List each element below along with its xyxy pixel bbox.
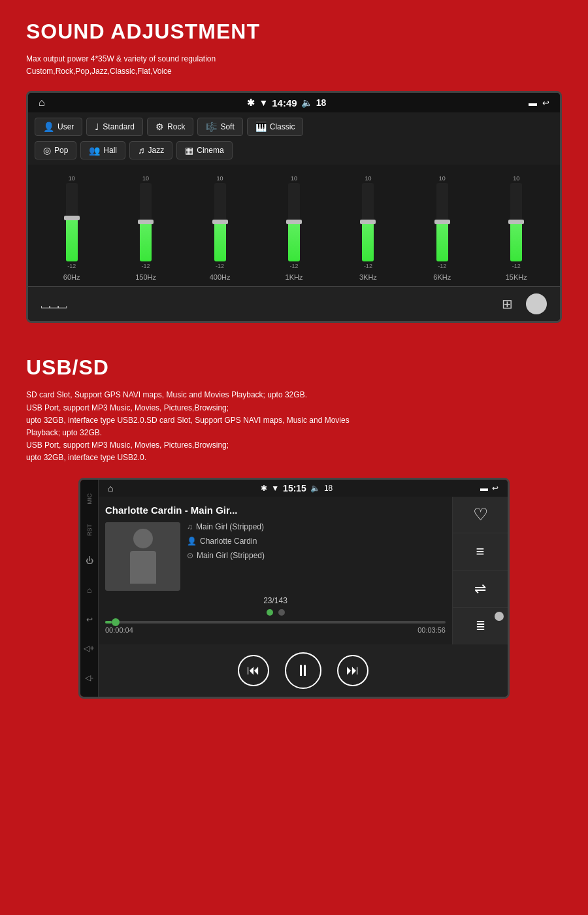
vol-down-icon[interactable]: ◁- [85,673,93,682]
preset-cinema[interactable]: ▦ Cinema [176,141,232,159]
mic-label: MIC [86,493,93,505]
preset-standard-label: Standard [103,122,135,131]
preset-classic[interactable]: 🎹 Classic [247,118,304,136]
eq-thumb-3k[interactable] [360,220,376,224]
album-art [105,522,180,591]
eq-slider-60[interactable] [66,183,78,261]
eq-bottom-label-400: -12 [216,263,224,269]
preset-pop[interactable]: ◎ Pop [35,141,76,159]
preset-user[interactable]: 👤 User [35,118,82,136]
sound-desc: Max output power 4*35W & variety of soun… [26,53,562,78]
next-button[interactable]: ⏭ [337,655,368,686]
sound-title: SOUND ADJUSTMENT [26,20,562,44]
eq-bottom-label-1k: -12 [289,263,298,269]
progress-bar-outer[interactable] [105,621,446,624]
artist-icon: 👤 [187,537,197,546]
eq-fill-150 [140,222,152,261]
eq-slider-15k[interactable] [510,183,522,261]
music-body: ⌂ ✱ ▼ 15:15 🔈 18 ▬ ↩ [99,480,508,697]
eq-thumb-60[interactable] [64,216,80,220]
music-status-right: ▬ ↩ [480,484,498,493]
album-art-figure [130,529,156,584]
eq-fill-15k [510,222,522,261]
music-track-name: Main Girl (Stripped) [196,522,264,531]
playlist-dot [495,612,504,621]
album-icon: ⊙ [187,551,193,560]
playlist-button[interactable]: ≣ [453,608,508,644]
jazz-icon: ♬ [138,145,145,156]
eq-slider-6k[interactable] [436,183,448,261]
eq-presets-row1: 👤 User ♩ Standard ⚙ Rock 🎼 Soft 🎹 Classi… [28,112,560,141]
prev-button[interactable]: ⏮ [238,655,269,686]
music-player-container: MIC RST ⏻ ⌂ ↩ ◁+ ◁- ⌂ ✱ ▼ 15:15 🔈 [26,478,562,699]
preset-jazz[interactable]: ♬ Jazz [129,141,172,159]
music-note-icon: ♫ [187,522,193,531]
usbsd-desc3: upto 32GB, interface type USB2.0.SD card… [26,414,562,427]
shuffle-button[interactable]: ⇌ [453,571,508,608]
eq-freq-60: 60Hz [63,273,80,281]
eq-channel-15khz: 10 -12 15KHz [483,175,549,281]
playback-controls: ⏮ ⏸ ⏭ [99,644,508,697]
eq-top-label-6k: 10 [439,175,446,182]
music-vol-icon: 🔈 [310,484,320,493]
rst-label: RST [86,524,93,536]
sound-desc-line2: Custom,Rock,Pop,Jazz,Classic,Flat,Voice [26,65,562,78]
sound-status-bar: ⌂ ✱ ▼ 14:49 🔈 18 ▬ ↩ [28,93,560,112]
status-left: ⌂ [39,97,45,108]
power-icon[interactable]: ⏻ [86,556,93,565]
music-back-icon: ↩ [492,484,498,493]
favorite-button[interactable]: ♡ [453,497,508,534]
status-right: ▬ ↩ [529,98,549,108]
music-wifi-icon: ▼ [271,484,279,493]
eq-freq-6k: 6KHz [433,273,451,281]
eq-slider-150[interactable] [140,183,152,261]
vol-up-icon[interactable]: ◁+ [84,644,94,653]
preset-standard[interactable]: ♩ Standard [86,118,143,136]
eq-slider-400[interactable] [214,183,226,261]
eq-fill-1k [288,222,300,261]
status-center: ✱ ▼ 14:49 🔈 18 [247,97,326,108]
preset-hall[interactable]: 👥 Hall [80,141,125,159]
preset-jazz-label: Jazz [148,146,165,155]
preset-soft[interactable]: 🎼 Soft [197,118,242,136]
eq-settings-icon[interactable]: ⎵⎵⎵ [41,295,67,312]
usbsd-desc2: USB Port, support MP3 Music, Movies, Pic… [26,402,562,414]
eq-fill-400 [214,222,226,261]
usbsd-title: USB/SD [26,356,562,380]
music-vol-val: 18 [324,484,333,493]
music-bt-icon: ✱ [261,484,267,493]
eq-top-label-150: 10 [142,175,149,182]
progress-times: 00:00:04 00:03:56 [105,626,446,634]
music-artist: Charlotte Cardin [200,537,257,546]
wifi-icon: ▼ [259,97,268,108]
eq-sliders-area: 10 -12 60Hz 10 -12 150Hz 10 [28,165,560,286]
eq-thumb-1k[interactable] [286,220,302,224]
eq-slider-3k[interactable] [362,183,374,261]
time-current: 00:00:04 [105,626,133,634]
playlist-icon: ≣ [476,619,485,633]
eq-thumb-400[interactable] [212,220,228,224]
display-icon[interactable]: ⊞ [502,296,513,312]
music-track-count: 23/143 [105,596,446,605]
progress-thumb[interactable] [112,618,120,626]
bottom-toggle-button[interactable] [526,293,547,314]
music-meta-info: ♫ Main Girl (Stripped) 👤 Charlotte Cardi… [187,522,446,591]
eq-bottom-label-6k: -12 [438,263,446,269]
music-progress-section: 00:00:04 00:03:56 [105,616,446,637]
home-sidebar-icon[interactable]: ⌂ [87,586,91,595]
back-sidebar-icon[interactable]: ↩ [86,615,93,624]
eq-thumb-15k[interactable] [508,220,524,224]
eq-freq-400: 400Hz [210,273,231,281]
right-control-panel: ♡ ≡ ⇌ ≣ [452,497,508,644]
pause-button[interactable]: ⏸ [285,652,321,689]
home-icon: ⌂ [39,97,45,108]
eq-thumb-6k[interactable] [434,220,450,224]
usbsd-desc5: USB Port, support MP3 Music, Movies, Pic… [26,439,562,452]
soft-icon: 🎼 [206,122,217,132]
eq-thumb-150[interactable] [138,220,154,224]
equalizer-button[interactable]: ≡ [453,533,508,571]
eq-slider-1k[interactable] [288,183,300,261]
pop-icon: ◎ [43,145,51,156]
eq-top-label-1k: 10 [291,175,297,182]
preset-rock[interactable]: ⚙ Rock [147,118,193,136]
